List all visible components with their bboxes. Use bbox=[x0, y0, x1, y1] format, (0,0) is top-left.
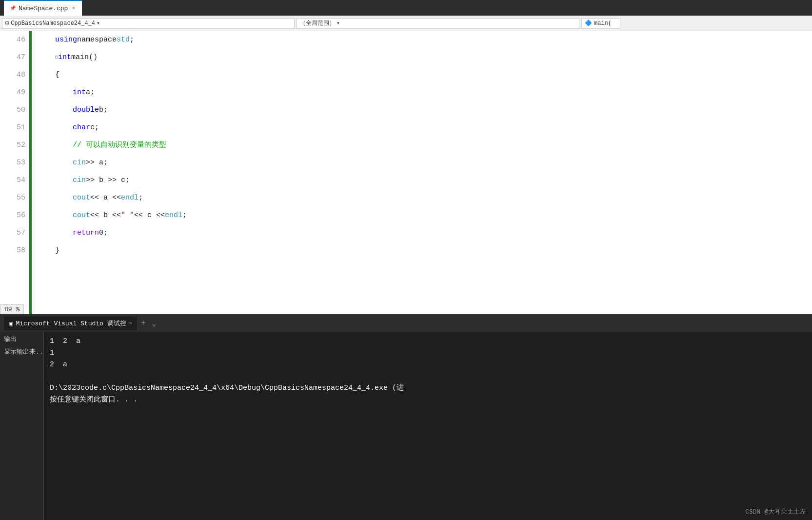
code-token: 0; bbox=[99, 224, 108, 242]
watermark: CSDN @大耳朵土土左 bbox=[745, 507, 806, 516]
tab-pin-icon: 📌 bbox=[10, 5, 16, 11]
line-number-52: 52 bbox=[0, 137, 29, 154]
editor-tab-namespace[interactable]: 📌 NameSpace.cpp × bbox=[4, 0, 82, 16]
bottom-tabs: ▣ Microsoft Visual Studio 调试控 × + ⌄ bbox=[0, 315, 812, 332]
terminal-content: 1 2 a12 a D:\2023code.c\CppBasicsNamespa… bbox=[44, 332, 812, 520]
debug-tab-close[interactable]: × bbox=[129, 320, 133, 326]
zoom-indicator[interactable]: 89 % bbox=[0, 304, 24, 314]
code-line-46: using namespace std; bbox=[38, 31, 812, 49]
code-token: ; bbox=[182, 207, 187, 224]
code-line-47: ⊟int main() bbox=[38, 49, 812, 66]
code-token: " " bbox=[121, 207, 134, 224]
code-token: int bbox=[73, 84, 86, 101]
scope-arrow: ▼ bbox=[97, 21, 99, 25]
editor-container: 46474849505152535455565758 using namespa… bbox=[0, 31, 812, 314]
code-token: c; bbox=[90, 119, 99, 137]
title-bar: 📌 NameSpace.cpp × bbox=[0, 0, 812, 16]
terminal-line-2: 2 a bbox=[50, 359, 806, 371]
code-line-58: } bbox=[38, 242, 812, 260]
tab-label: NameSpace.cpp bbox=[19, 5, 68, 12]
code-token: endl bbox=[121, 189, 139, 207]
line-number-50: 50 bbox=[0, 101, 29, 119]
code-token: main() bbox=[71, 49, 98, 66]
code-token: { bbox=[55, 66, 59, 84]
line-number-48: 48 bbox=[0, 66, 29, 84]
line-numbers: 46474849505152535455565758 bbox=[0, 31, 29, 314]
line-number-57: 57 bbox=[0, 224, 29, 242]
debug-console-tab[interactable]: ▣ Microsoft Visual Studio 调试控 × bbox=[4, 317, 137, 330]
nav-dropdown[interactable]: （全局范围） ▼ bbox=[297, 18, 579, 29]
line-number-49: 49 bbox=[0, 84, 29, 101]
scope-icon: ⊞ bbox=[5, 20, 9, 27]
tab-close-icon[interactable]: × bbox=[71, 4, 76, 12]
terminal-line-0: 1 2 a bbox=[50, 336, 806, 347]
code-token: b; bbox=[99, 101, 108, 119]
line-number-53: 53 bbox=[0, 154, 29, 172]
code-token: char bbox=[73, 119, 90, 137]
toolbar: ⊞ CppBasicsNamespace24_4_4 ▼ （全局范围） ▼ 🔷 … bbox=[0, 16, 812, 31]
code-token: cout bbox=[73, 207, 90, 224]
output-label-1[interactable]: 显示输出来... bbox=[0, 345, 43, 358]
nav-arrow: ▼ bbox=[337, 21, 339, 25]
code-token: cout bbox=[73, 189, 90, 207]
code-token: << c << bbox=[134, 207, 165, 224]
code-token: std bbox=[117, 31, 130, 49]
code-token: ; bbox=[130, 31, 134, 49]
line-number-58: 58 bbox=[0, 242, 29, 260]
scope-label: CppBasicsNamespace24_4_4 bbox=[11, 20, 95, 27]
code-token: double bbox=[73, 101, 99, 119]
code-line-49: int a; bbox=[38, 84, 812, 101]
code-line-56: cout << b << " " << c << endl; bbox=[38, 207, 812, 224]
code-line-54: cin >> b >> c; bbox=[38, 172, 812, 189]
nav2-icon: 🔷 bbox=[585, 20, 592, 27]
nav-label: （全局范围） bbox=[300, 19, 335, 27]
code-token: a; bbox=[86, 84, 95, 101]
code-token: cin bbox=[73, 154, 86, 172]
code-line-48: { bbox=[38, 66, 812, 84]
code-token: endl bbox=[165, 207, 182, 224]
code-token: } bbox=[55, 242, 59, 260]
code-token: return bbox=[73, 224, 99, 242]
add-tab-button[interactable]: + bbox=[139, 317, 148, 330]
terminal-line-4: D:\2023code.c\CppBasicsNamespace24_4_4\x… bbox=[50, 382, 806, 394]
code-token: // 可以自动识别变量的类型 bbox=[73, 137, 166, 154]
code-token: ; bbox=[139, 189, 143, 207]
terminal-line-5: 按任意键关闭此窗口. . . bbox=[50, 394, 806, 406]
terminal-line-3 bbox=[50, 371, 806, 382]
code-token: >> a; bbox=[86, 154, 108, 172]
code-line-50: double b; bbox=[38, 101, 812, 119]
line-number-55: 55 bbox=[0, 189, 29, 207]
output-labels: 输出显示输出来... bbox=[0, 332, 44, 520]
code-token: using bbox=[55, 31, 77, 49]
code-area[interactable]: using namespace std;⊟int main(){int a;do… bbox=[32, 31, 812, 314]
code-line-53: cin >> a; bbox=[38, 154, 812, 172]
bottom-panel: ▣ Microsoft Visual Studio 调试控 × + ⌄ 输出显示… bbox=[0, 314, 812, 520]
editor-tab-area: 📌 NameSpace.cpp × bbox=[4, 0, 82, 16]
nav2-label: main( bbox=[594, 20, 612, 27]
terminal-line-1: 1 bbox=[50, 347, 806, 359]
tab-menu-button[interactable]: ⌄ bbox=[150, 317, 158, 330]
debug-tab-label: Microsoft Visual Studio 调试控 bbox=[16, 319, 126, 328]
scope-dropdown[interactable]: ⊞ CppBasicsNamespace24_4_4 ▼ bbox=[2, 18, 295, 29]
code-token: >> b >> c; bbox=[86, 172, 130, 189]
code-token: namespace bbox=[77, 31, 117, 49]
line-number-47: 47 bbox=[0, 49, 29, 66]
code-token: << b << bbox=[90, 207, 121, 224]
code-line-55: cout << a << endl; bbox=[38, 189, 812, 207]
code-token: cin bbox=[73, 172, 86, 189]
output-label-0[interactable]: 输出 bbox=[0, 333, 43, 345]
code-line-57: return 0; bbox=[38, 224, 812, 242]
code-line-51: char c; bbox=[38, 119, 812, 137]
line-number-56: 56 bbox=[0, 207, 29, 224]
code-token: << a << bbox=[90, 189, 121, 207]
line-number-51: 51 bbox=[0, 119, 29, 137]
code-line-52: // 可以自动识别变量的类型 bbox=[38, 137, 812, 154]
debug-icon: ▣ bbox=[9, 320, 13, 328]
line-number-46: 46 bbox=[0, 31, 29, 49]
code-token: int bbox=[58, 49, 71, 66]
nav2-dropdown[interactable]: 🔷 main( bbox=[581, 18, 620, 29]
line-number-54: 54 bbox=[0, 172, 29, 189]
